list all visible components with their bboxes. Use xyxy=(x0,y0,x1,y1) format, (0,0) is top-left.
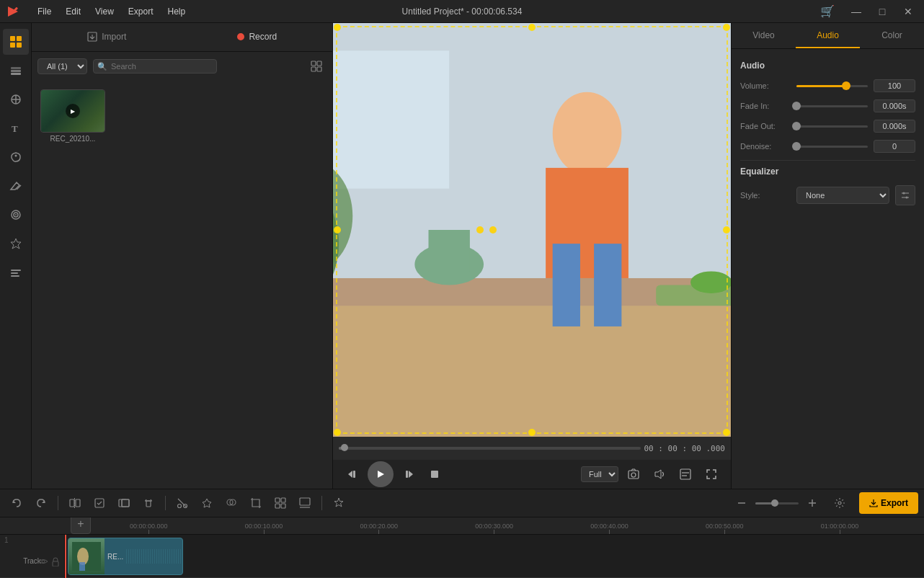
sidebar-item-filters[interactable] xyxy=(3,202,29,228)
sidebar-item-timeline[interactable] xyxy=(3,259,29,285)
settings-button[interactable] xyxy=(829,493,850,513)
zoom-slider[interactable] xyxy=(755,502,799,504)
split-button[interactable] xyxy=(64,493,86,513)
stop-button[interactable] xyxy=(424,463,445,485)
fade-in-slider-track[interactable] xyxy=(796,105,868,107)
svg-text:T: T xyxy=(12,123,18,134)
ruler-marks: 00:00:00.000 00:00:10.000 00:00:20.000 0… xyxy=(130,517,924,534)
volume-value[interactable]: 100 xyxy=(874,79,915,92)
svg-rect-4 xyxy=(10,43,15,48)
undo-button[interactable] xyxy=(6,493,27,513)
play-button[interactable] xyxy=(368,461,394,487)
sidebar-item-media[interactable] xyxy=(3,29,29,55)
tab-import[interactable]: Import xyxy=(32,23,182,51)
svg-point-44 xyxy=(690,271,731,293)
export-button[interactable]: Export xyxy=(859,492,918,514)
track-lock-button[interactable] xyxy=(51,557,60,569)
quality-select[interactable]: Full 1/2 1/4 xyxy=(581,466,618,482)
redo-button[interactable] xyxy=(30,493,52,513)
tab-audio[interactable]: Audio xyxy=(796,23,860,48)
media-filter-select[interactable]: All (1) Video Audio Image xyxy=(37,58,87,74)
video-canvas xyxy=(333,23,731,437)
denoise-slider-track[interactable] xyxy=(796,146,868,148)
delete-button[interactable] xyxy=(138,493,159,513)
menu-file[interactable]: File xyxy=(32,5,57,18)
detach-button[interactable] xyxy=(113,493,135,513)
tab-record[interactable]: Record xyxy=(182,23,333,51)
rewind-button[interactable] xyxy=(342,463,363,485)
sidebar-item-transitions[interactable] xyxy=(3,173,29,199)
sidebar-item-favorites[interactable] xyxy=(3,231,29,257)
track-visibility-button[interactable] xyxy=(38,557,48,569)
sidebar-item-effects[interactable] xyxy=(3,86,29,112)
menu-edit[interactable]: Edit xyxy=(60,5,86,18)
list-item[interactable]: ▶ REC_20210... xyxy=(40,89,105,143)
volume-slider-track[interactable] xyxy=(796,85,868,87)
svg-rect-94 xyxy=(79,562,85,571)
tab-video[interactable]: Video xyxy=(732,23,796,48)
eq-style-select[interactable]: None Bass Boost Treble Boost Pop Rock xyxy=(796,187,889,204)
track-lane-1: RE... xyxy=(65,535,924,578)
eq-settings-button[interactable] xyxy=(895,185,915,205)
fade-in-value[interactable]: 0.000s xyxy=(874,99,915,112)
effects-button[interactable] xyxy=(196,493,218,513)
svg-point-60 xyxy=(906,197,908,199)
separator-3 xyxy=(321,496,322,510)
maximize-button[interactable]: □ xyxy=(872,4,892,19)
table-row[interactable]: RE... xyxy=(68,538,183,575)
menu-export[interactable]: Export xyxy=(123,5,159,18)
ruler-line-0 xyxy=(148,530,149,534)
sidebar-item-stickers[interactable] xyxy=(3,144,29,170)
audio-button[interactable] xyxy=(649,463,670,485)
fade-out-value[interactable]: 0.000s xyxy=(874,120,915,133)
fullscreen-button[interactable] xyxy=(701,463,722,485)
video-background xyxy=(333,23,731,437)
svg-rect-38 xyxy=(553,244,580,326)
yellow-dot-2 xyxy=(489,226,497,234)
denoise-value[interactable]: 0 xyxy=(874,140,915,153)
ruler-mark-5: 00:00:50.000 xyxy=(706,523,744,534)
subtitle-button[interactable] xyxy=(675,463,696,485)
fade-in-handle[interactable] xyxy=(792,102,801,110)
timeline-overlay-button[interactable] xyxy=(294,493,316,513)
sidebar-item-text[interactable]: T xyxy=(3,115,29,141)
svg-point-90 xyxy=(42,560,45,563)
forward-button[interactable] xyxy=(398,463,419,485)
volume-handle[interactable] xyxy=(842,81,850,90)
zoom-in-button[interactable] xyxy=(801,493,823,513)
timeline: + 00:00:00.000 00:00:10.000 00:00:20.000… xyxy=(0,517,924,578)
screenshot-button[interactable] xyxy=(623,463,644,485)
fade-out-slider-track[interactable] xyxy=(796,125,868,128)
app-logo xyxy=(6,4,20,19)
ruler-mark-1: 00:00:10.000 xyxy=(245,523,283,534)
denoise-handle[interactable] xyxy=(792,142,801,151)
fade-out-handle[interactable] xyxy=(792,122,801,130)
search-input[interactable] xyxy=(93,59,217,74)
cut-button[interactable] xyxy=(172,493,193,513)
crop-button[interactable] xyxy=(245,493,267,513)
minimize-button[interactable]: — xyxy=(846,4,866,19)
tab-color[interactable]: Color xyxy=(860,23,924,48)
export-label: Export xyxy=(881,498,908,508)
add-track-button[interactable]: + xyxy=(71,517,91,534)
svg-rect-68 xyxy=(122,499,129,507)
color-correct-button[interactable] xyxy=(221,493,242,513)
progress-bar[interactable] xyxy=(339,447,641,450)
progress-handle[interactable] xyxy=(341,444,348,451)
svg-rect-82 xyxy=(281,504,285,508)
cart-icon[interactable]: 🛒 xyxy=(820,4,835,18)
save-frame-button[interactable] xyxy=(89,493,110,513)
grid-view-button[interactable] xyxy=(306,56,326,76)
svg-rect-2 xyxy=(10,36,15,41)
close-button[interactable]: ✕ xyxy=(898,4,918,19)
menu-view[interactable]: View xyxy=(89,5,120,18)
svg-rect-3 xyxy=(17,36,22,41)
badge-button[interactable] xyxy=(328,493,350,513)
sidebar-item-layers[interactable] xyxy=(3,58,29,84)
zoom-handle[interactable] xyxy=(771,499,778,507)
layout-button[interactable] xyxy=(270,493,291,513)
eq-style-label: Style: xyxy=(740,191,791,200)
menu-help[interactable]: Help xyxy=(162,5,192,18)
separator-2 xyxy=(165,496,166,510)
zoom-out-button[interactable] xyxy=(731,493,752,513)
